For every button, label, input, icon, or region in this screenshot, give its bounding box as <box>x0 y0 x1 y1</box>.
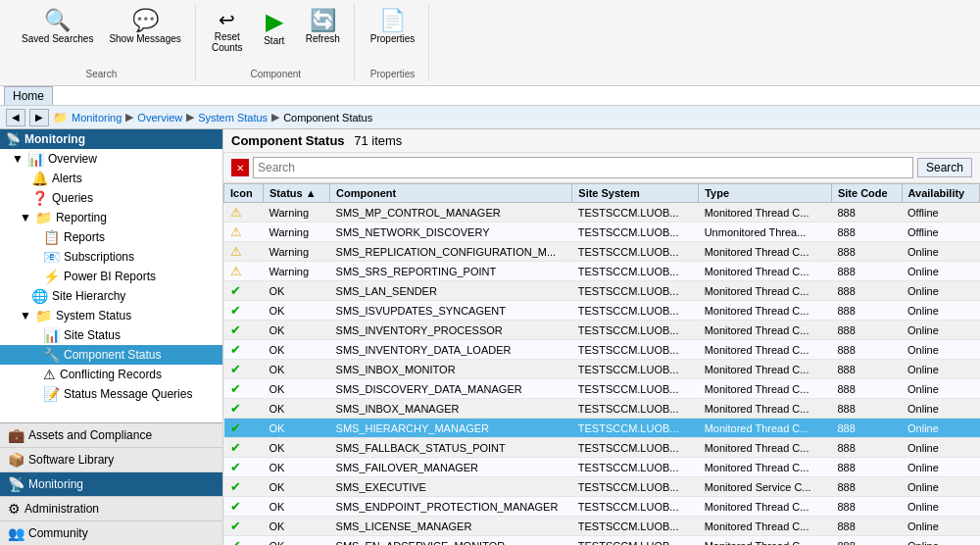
sidebar-item-overview[interactable]: ▼ 📊 Overview <box>0 149 222 169</box>
cell-status: OK <box>264 497 330 517</box>
cell-status: OK <box>264 458 330 477</box>
cell-type: Monitored Thread C... <box>699 262 832 281</box>
item-count: 71 items <box>354 133 402 148</box>
properties-btn[interactable]: 📄 Properties <box>365 8 421 46</box>
cell-availability: Online <box>902 497 979 517</box>
table-row[interactable]: ⚠ Warning SMS_MP_CONTROL_MANAGER TESTSCC… <box>224 203 980 223</box>
table-row[interactable]: ✔ OK SMS_HIERARCHY_MANAGER TESTSCCM.LUOB… <box>224 419 980 438</box>
table-row[interactable]: ✔ OK SMS_ENDPOINT_PROTECTION_MANAGER TES… <box>224 497 980 517</box>
col-availability[interactable]: Availability <box>902 184 979 203</box>
cell-status: OK <box>264 419 330 438</box>
sidebar-software[interactable]: 📦 Software Library <box>0 448 222 472</box>
sidebar-item-reporting[interactable]: ▼ 📁 Reporting <box>0 208 222 227</box>
sidebar-item-site-status[interactable]: 📊 Site Status <box>0 325 222 345</box>
cell-availability: Online <box>902 340 979 360</box>
sidebar-item-reports[interactable]: 📋 Reports <box>0 227 222 247</box>
sidebar-powerbi-label: Power BI Reports <box>64 270 156 283</box>
cell-site-system: TESTSCCM.LUOB... <box>572 223 699 242</box>
forward-button[interactable]: ▶ <box>29 109 49 126</box>
sidebar-item-powerbi[interactable]: ⚡ Power BI Reports <box>0 267 222 286</box>
col-site-system[interactable]: Site System <box>572 184 699 203</box>
cell-status: OK <box>264 517 330 536</box>
table-row[interactable]: ✔ OK SMS_DISCOVERY_DATA_MANAGER TESTSCCM… <box>224 379 980 399</box>
cell-site-code: 888 <box>831 477 902 497</box>
cell-component: SMS_NETWORK_DISCOVERY <box>330 223 572 242</box>
cell-component: SMS_SRS_REPORTING_POINT <box>330 262 572 281</box>
sidebar-conflicting-label: Conflicting Records <box>60 368 162 381</box>
reset-counts-btn[interactable]: ↩ ResetCounts <box>206 8 249 55</box>
table-row[interactable]: ✔ OK SMS_EXECUTIVE TESTSCCM.LUOB... Moni… <box>224 477 980 497</box>
table-row[interactable]: ⚠ Warning SMS_NETWORK_DISCOVERY TESTSCCM… <box>224 223 980 242</box>
reset-counts-icon: ↩ <box>219 10 235 29</box>
monitoring-bottom-icon: 📡 <box>8 476 24 492</box>
table-row[interactable]: ✔ OK SMS_LAN_SENDER TESTSCCM.LUOB... Mon… <box>224 281 980 301</box>
col-site-code[interactable]: Site Code <box>831 184 902 203</box>
sidebar-item-alerts[interactable]: 🔔 Alerts <box>0 169 222 188</box>
breadcrumb-overview[interactable]: Overview <box>137 112 182 124</box>
cell-site-code: 888 <box>831 458 902 477</box>
cell-status: OK <box>264 281 330 301</box>
sidebar-item-conflicting-records[interactable]: ⚠ Conflicting Records <box>0 365 222 384</box>
monitoring-section-header[interactable]: 📡 Monitoring <box>0 129 222 149</box>
sidebar-item-status-queries[interactable]: 📝 Status Message Queries <box>0 384 222 404</box>
cell-site-code: 888 <box>831 281 902 301</box>
table-row[interactable]: ⚠ Warning SMS_SRS_REPORTING_POINT TESTSC… <box>224 262 980 281</box>
sidebar-item-site-hierarchy[interactable]: 🌐 Site Hierarchy <box>0 286 222 306</box>
sidebar-monitoring-bottom[interactable]: 📡 Monitoring <box>0 472 222 497</box>
cell-component: SMS_HIERARCHY_MANAGER <box>330 419 572 438</box>
col-status[interactable]: Status ▲ <box>264 184 330 203</box>
table-row[interactable]: ✔ OK SMS_INBOX_MONITOR TESTSCCM.LUOB... … <box>224 360 980 379</box>
table-row[interactable]: ✔ OK SMS_FALLBACK_STATUS_POINT TESTSCCM.… <box>224 438 980 458</box>
table-row[interactable]: ✔ OK SMS_INVENTORY_DATA_LOADER TESTSCCM.… <box>224 340 980 360</box>
table-row[interactable]: ✔ OK SMS_INBOX_MANAGER TESTSCCM.LUOB... … <box>224 399 980 419</box>
refresh-label: Refresh <box>306 33 340 44</box>
overview-expand: ▼ <box>12 152 24 166</box>
col-component[interactable]: Component <box>330 184 572 203</box>
sidebar-alerts-label: Alerts <box>52 172 82 185</box>
sidebar-item-queries[interactable]: ❓ Queries <box>0 188 222 208</box>
search-input[interactable] <box>253 157 913 178</box>
saved-searches-btn[interactable]: 🔍 Saved Searches <box>16 8 99 46</box>
cell-component: SMS_EN_ADSERVICE_MONITOR <box>330 536 572 546</box>
table-row[interactable]: ✔ OK SMS_ISVUPDATES_SYNCAGENT TESTSCCM.L… <box>224 301 980 321</box>
sidebar-assets[interactable]: 💼 Assets and Compliance <box>0 423 222 448</box>
cell-status: OK <box>264 477 330 497</box>
sidebar-administration[interactable]: ⚙ Administration <box>0 497 222 521</box>
cell-icon: ✔ <box>224 497 264 517</box>
col-type[interactable]: Type <box>699 184 832 203</box>
sidebar-system-status-label: System Status <box>56 309 131 322</box>
cell-icon: ✔ <box>224 360 264 379</box>
refresh-btn[interactable]: 🔄 Refresh <box>300 8 346 46</box>
cell-icon: ✔ <box>224 321 264 340</box>
search-clear-btn[interactable]: ✕ <box>231 159 249 176</box>
community-icon: 👥 <box>8 525 24 541</box>
sidebar-item-component-status[interactable]: 🔧 Component Status <box>0 345 222 365</box>
cell-status: Warning <box>264 203 330 223</box>
search-go-btn[interactable]: Search <box>917 158 972 177</box>
sidebar-item-system-status[interactable]: ▼ 📁 System Status <box>0 306 222 325</box>
start-btn[interactable]: ▶ Start <box>253 8 296 48</box>
conflicting-records-icon: ⚠ <box>43 367 56 382</box>
back-button[interactable]: ◀ <box>6 109 25 126</box>
table-row[interactable]: ✔ OK SMS_EN_ADSERVICE_MONITOR TESTSCCM.L… <box>224 536 980 546</box>
cell-status: OK <box>264 340 330 360</box>
cell-availability: Offline <box>902 223 979 242</box>
tab-home[interactable]: Home <box>4 86 53 105</box>
reset-counts-label: ResetCounts <box>212 31 243 53</box>
content-title: Component Status <box>231 133 345 148</box>
sidebar-item-subscriptions[interactable]: 📧 Subscriptions <box>0 247 222 267</box>
breadcrumb-system-status[interactable]: System Status <box>198 112 268 124</box>
saved-searches-icon: 🔍 <box>44 10 71 31</box>
table-row[interactable]: ✔ OK SMS_FAILOVER_MANAGER TESTSCCM.LUOB.… <box>224 458 980 477</box>
system-status-icon: 📁 <box>35 308 52 323</box>
cell-site-system: TESTSCCM.LUOB... <box>572 497 699 517</box>
reporting-icon: 📁 <box>35 210 52 225</box>
show-messages-btn[interactable]: 💬 Show Messages <box>103 8 186 46</box>
sidebar-site-status-label: Site Status <box>64 328 121 342</box>
breadcrumb-monitoring[interactable]: Monitoring <box>72 112 122 124</box>
table-row[interactable]: ✔ OK SMS_INVENTORY_PROCESSOR TESTSCCM.LU… <box>224 321 980 340</box>
cell-availability: Online <box>902 360 979 379</box>
table-row[interactable]: ⚠ Warning SMS_REPLICATION_CONFIGURATION_… <box>224 242 980 262</box>
table-row[interactable]: ✔ OK SMS_LICENSE_MANAGER TESTSCCM.LUOB..… <box>224 517 980 536</box>
sidebar-community[interactable]: 👥 Community <box>0 521 222 545</box>
